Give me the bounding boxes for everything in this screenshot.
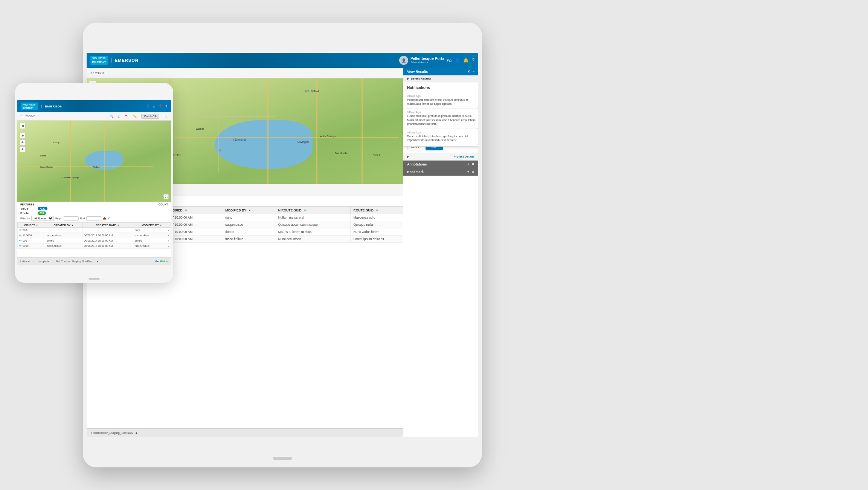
user-icon[interactable]: 👤 xyxy=(455,58,460,63)
small-search-icon[interactable]: 🔍 xyxy=(110,115,114,118)
begin-input[interactable] xyxy=(64,216,79,220)
notif-chevron-2[interactable]: › xyxy=(477,126,478,130)
col-header-route-guid: ROUTE GUID ▼ xyxy=(350,207,411,214)
road-gray-2 xyxy=(218,97,219,173)
small-map-label-tag: Gas HCA xyxy=(141,114,159,119)
small-lat-sep: | xyxy=(34,260,34,263)
small-user-icon[interactable]: 👤 xyxy=(146,104,150,108)
small-td-icons-0: ✏ 000 xyxy=(18,228,45,233)
small-expand-icon[interactable]: ⛶ xyxy=(164,115,167,118)
small-map-bg: Baton Rouge Zachary Baker Denham Springs… xyxy=(17,121,171,202)
help-icon[interactable]: ? xyxy=(472,58,474,63)
small-pin-icon[interactable]: 📍 xyxy=(158,104,162,108)
small-td-modifiedby-0: nunc ▾ xyxy=(133,228,171,233)
small-row-expand-3[interactable]: ▾ xyxy=(168,245,169,247)
small-row-expand-1[interactable]: ▾ xyxy=(168,234,169,237)
small-td-createdby-1: suspendisse xyxy=(45,233,82,238)
small-pin-icon[interactable]: 📍 xyxy=(124,115,128,118)
bookmark-label: Bookmark xyxy=(407,170,424,174)
user-role: Administrator xyxy=(410,61,444,64)
close-annotation-icon[interactable]: ✕ xyxy=(471,162,474,166)
bell-icon[interactable]: 🔔 xyxy=(463,58,469,63)
add-bookmark-icon[interactable]: + xyxy=(467,170,469,174)
small-logo-area: New Haven ENERGY EMERSON xyxy=(21,103,146,110)
view-results-header: View Results ✕ − xyxy=(403,68,478,75)
td-route-guid-2: Nunc varius lorem xyxy=(350,228,411,236)
small-edit-icon-3[interactable]: ✏ xyxy=(19,244,22,248)
home-icon[interactable]: ⌂ xyxy=(449,58,452,63)
notif-chevron-1[interactable]: › xyxy=(477,106,478,110)
app-logo: New Haven ENERGY xyxy=(90,56,108,64)
td-modified-by-3: fusce-finibus xyxy=(222,236,275,243)
panel-header-icons: ✕ − xyxy=(467,70,474,74)
project-details-section[interactable]: Project Details xyxy=(403,153,478,161)
small-lat-label: Latitude xyxy=(20,260,30,263)
close-bookmark-icon[interactable]: ✕ xyxy=(471,170,474,174)
features-header: FEATURES xyxy=(20,203,34,206)
small-map-toolbar: 1 : 236845 🔍 ℹ 📍 📏 Gas HCA ⛶ xyxy=(17,112,171,121)
all-routes-select[interactable]: All Routes xyxy=(31,216,54,221)
filter-apply-icon[interactable]: 📤 xyxy=(103,217,107,220)
small-edit-icon-2[interactable]: ✏ xyxy=(19,239,22,242)
small-table-row: ✏ 000 nunc ▾ xyxy=(18,228,171,233)
route-count: 399 xyxy=(38,211,46,215)
last-modified-filter-icon[interactable]: ▼ xyxy=(185,209,188,212)
panel-minus-icon[interactable]: − xyxy=(473,70,474,74)
small-col-created-date: CREATED DATE ▼ xyxy=(82,223,133,228)
modified-by-filter-icon[interactable]: ▼ xyxy=(248,209,251,212)
route-guid-filter-icon[interactable]: ▼ xyxy=(375,209,378,212)
notification-item-1: 0 Days Ago Pellentesque habitant morbi t… xyxy=(403,92,478,109)
small-header-icons: 👤 ⌂ 📍 ? xyxy=(146,104,167,108)
small-layer-btns: ◈ ⊕ ⊗ xyxy=(20,133,26,152)
small-logo-line2: ENERGY xyxy=(23,106,34,109)
panel-close-icon[interactable]: ✕ xyxy=(467,70,470,74)
count-header: COUNT xyxy=(159,203,168,206)
small-city-baker: Baker xyxy=(40,155,46,157)
small-status-chevron[interactable]: ▲ xyxy=(96,260,99,263)
small-td-createddate-1: 00/00/2017 10:00:00 AM xyxy=(82,233,133,238)
small-road-gray xyxy=(17,151,153,151)
small-layer-btn-2[interactable]: ⊕ xyxy=(20,139,26,145)
small-app-logo: New Haven ENERGY xyxy=(21,103,38,110)
small-ruler-icon[interactable]: 📏 xyxy=(133,115,137,118)
status-chevron[interactable]: ▲ xyxy=(135,431,138,435)
add-annotation-icon[interactable]: + xyxy=(467,162,469,166)
small-edit-icon-1[interactable]: ✏ xyxy=(19,234,22,237)
small-edit-icon-0[interactable]: ✏ xyxy=(19,228,22,232)
small-row-expand-2[interactable]: ▾ xyxy=(168,239,169,242)
small-city-denham: Denham Springs xyxy=(63,176,79,179)
small-expand-btn[interactable]: ⛶ xyxy=(163,194,169,199)
small-row-expand-0[interactable]: ▾ xyxy=(168,229,169,231)
app-header: New Haven ENERGY EMERSON 👤 Pellentesque … xyxy=(87,53,478,68)
small-td-createdby-3: fusce-finibus xyxy=(45,243,82,249)
field-tracker-label: FieldTracker_Staging_ShellDev xyxy=(91,431,133,435)
view-results-title: View Results xyxy=(407,70,428,74)
small-help-icon[interactable]: ? xyxy=(165,104,167,108)
td-route-guid-1: Quisque nulla xyxy=(350,221,411,228)
col-header-n-route-guid: N ROUTE GUID ▼ xyxy=(275,207,350,214)
user-name: Pellentesque Porta xyxy=(410,57,444,61)
notif-chevron-3[interactable]: › xyxy=(477,142,478,146)
n-route-guid-filter-icon[interactable]: ▼ xyxy=(304,209,307,212)
small-td-createddate-0 xyxy=(82,228,133,233)
home-button-small[interactable] xyxy=(88,278,100,280)
notif-time-1: 0 Days Ago xyxy=(407,95,478,97)
small-td-icons-2: ✏ 000 xyxy=(18,238,45,243)
small-home-icon[interactable]: ⌂ xyxy=(153,104,155,108)
small-layer-btn-1[interactable]: ◈ xyxy=(20,133,26,139)
small-map-area: Baton Rouge Zachary Baker Denham Springs… xyxy=(17,121,171,202)
small-info-icon[interactable]: ℹ xyxy=(118,115,119,118)
filter-reset-icon[interactable]: ↺ xyxy=(108,217,111,220)
road-190 xyxy=(362,78,363,184)
end-input[interactable] xyxy=(86,216,101,220)
notifications-title: Notifications xyxy=(403,83,478,92)
small-layer-btn-3[interactable]: ⊗ xyxy=(20,146,26,152)
small-city-zachary: Zachary xyxy=(51,141,59,144)
select-results-header[interactable]: Select Results xyxy=(403,75,478,82)
home-button[interactable] xyxy=(273,457,292,460)
value-row: Value 7122 xyxy=(20,207,168,210)
features-header-row: FEATURES COUNT xyxy=(20,203,168,206)
small-delete-icon-1[interactable]: ✕ xyxy=(23,234,25,237)
notif-text-2: Fusce nulla nisl, pretium id pretium, ul… xyxy=(407,114,478,126)
small-settings-btn[interactable]: ⚙ xyxy=(20,123,26,129)
